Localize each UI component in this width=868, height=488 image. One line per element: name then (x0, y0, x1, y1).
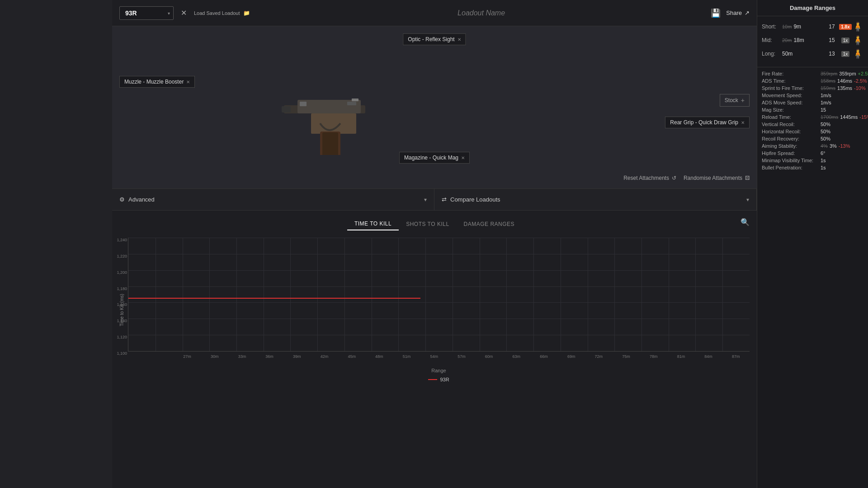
svg-rect-6 (282, 106, 291, 113)
weapon-select[interactable]: 93R (119, 6, 174, 20)
optic-close-icon[interactable]: ✕ (458, 37, 461, 42)
clear-loadout-button[interactable]: ✕ (179, 7, 189, 19)
save-loadout-button[interactable]: 💾 (711, 8, 721, 18)
stat-horizontal-recoil: Horizontal Recoil: 50% (757, 128, 868, 135)
damage-ranges-header: Damage Ranges (757, 0, 868, 16)
compare-chevron-icon: ▾ (746, 197, 749, 203)
folder-icon: 📁 (243, 10, 250, 16)
grid-v-21 (722, 238, 723, 351)
share-button[interactable]: Share ↗ (726, 9, 750, 16)
reload-time-label: Reload Time: (762, 114, 821, 120)
mid-multiplier: 1x (841, 38, 850, 43)
grid-v-1 (183, 238, 183, 351)
weapon-area: Optic - Reflex Sight ✕ Muzzle - Muzzle B… (112, 26, 757, 189)
loadout-name-input[interactable] (257, 9, 705, 17)
advanced-toggle[interactable]: ⚙ Advanced ▾ (112, 189, 434, 210)
stats-divider-1 (757, 67, 868, 67)
load-saved-loadout-button[interactable]: Load Saved Loadout 📁 (192, 8, 252, 18)
optic-attachment-tag[interactable]: Optic - Reflex Sight ✕ (403, 33, 466, 45)
grid-v-8 (372, 238, 372, 351)
grid-v-14 (533, 238, 534, 351)
y-axis-label: Time to Kill (ms) (119, 238, 124, 382)
stat-aiming-stability: Aiming Stability: 4% 3% -13% (757, 142, 868, 150)
grid-v-17 (614, 238, 615, 351)
reload-time-change: -15% (859, 114, 868, 120)
y-tick-1140: 1,140 (112, 319, 127, 323)
dice-icon: ⚄ (745, 175, 750, 181)
mag-size-val: 15 (821, 107, 826, 113)
tab-shots-to-kill[interactable]: SHOTS TO KILL (399, 218, 456, 230)
short-range-new: 9m (793, 23, 801, 30)
svg-rect-2 (311, 113, 356, 134)
y-tick-1240: 1,240 (112, 238, 127, 242)
rear-grip-close-icon[interactable]: ✕ (741, 120, 745, 125)
long-range-new: 50m (782, 51, 793, 57)
stat-recoil-recovery: Recoil Recovery: 50% (757, 135, 868, 142)
sprint-fire-old: 159ms (821, 85, 835, 91)
body-icon-mid: 🧍 (852, 35, 863, 46)
tab-damage-ranges[interactable]: DAMAGE RANGES (457, 218, 522, 230)
advanced-chevron-icon: ▾ (424, 197, 427, 203)
load-saved-label: Load Saved Loadout (194, 10, 240, 16)
x-label-75m: 75m (613, 354, 640, 359)
hipfire-spread-label: Hipfire Spread: (762, 150, 821, 156)
chart-tabs: TIME TO KILL SHOTS TO KILL DAMAGE RANGES… (119, 218, 750, 230)
y-tick-1100: 1,100 (112, 351, 127, 356)
grid-v-15 (561, 238, 561, 351)
chart-line-93r (128, 298, 420, 299)
top-bar-icons: ✕ Load Saved Loadout 📁 (179, 7, 252, 19)
x-label-39m: 39m (283, 354, 311, 359)
x-axis-title: Range (128, 368, 750, 373)
muzzle-attachment-tag[interactable]: Muzzle - Muzzle Booster ✕ (119, 76, 195, 88)
compare-loadouts-toggle[interactable]: ⇄ Compare Loadouts ▾ (434, 189, 757, 210)
tab-time-to-kill[interactable]: TIME TO KILL (347, 218, 399, 230)
compare-icon: ⇄ (442, 196, 447, 203)
stat-minimap-visibility: Minimap Visibility Time: 1s (757, 157, 868, 164)
short-label: Short: (762, 23, 782, 30)
magazine-close-icon[interactable]: ✕ (461, 155, 465, 160)
gun-image (270, 65, 424, 155)
y-tick-1200: 1,200 (112, 270, 127, 275)
zoom-icon[interactable]: 🔍 (741, 218, 750, 226)
x-label-84m: 84m (695, 354, 722, 359)
stat-vertical-recoil: Vertical Recoil: 50% (757, 121, 868, 128)
rear-grip-attachment-tag[interactable]: Rear Grip - Quick Draw Grip ✕ (665, 117, 750, 128)
aiming-stability-new: 3% (830, 143, 837, 149)
x-label-51m: 51m (393, 354, 420, 359)
long-range: 50m (782, 51, 825, 57)
mid-label: Mid: (762, 37, 782, 43)
movement-speed-label: Movement Speed: (762, 93, 821, 98)
legend-label-93r: 93R (440, 377, 449, 382)
chart-container: Time to Kill (ms) 1,240 1,220 1,200 1,18… (119, 238, 750, 382)
fire-rate-new: 359rpm (839, 71, 856, 76)
weapon-select-wrapper: 93R ▾ (119, 6, 174, 20)
muzzle-close-icon[interactable]: ✕ (186, 80, 190, 84)
x-label-66m: 66m (530, 354, 558, 359)
rear-grip-label: Rear Grip - Quick Draw Grip (670, 119, 738, 126)
magazine-attachment-tag[interactable]: Magazine - Quick Mag ✕ (399, 152, 470, 164)
x-label-24m: 24m (146, 354, 169, 357)
x-label-33m: 33m (228, 354, 256, 359)
bullet-penetration-val: 1s (821, 165, 826, 170)
y-tick-1160: 1,160 (112, 302, 127, 307)
randomise-attachments-button[interactable]: Randomise Attachments ⚄ (684, 175, 750, 181)
stat-fire-rate: Fire Rate: 359rpm 359rpm +2.5% (757, 70, 868, 77)
ads-time-new: 146ms (837, 78, 852, 84)
short-damage: 17 (825, 23, 839, 30)
y-tick-1180: 1,180 (112, 286, 127, 291)
fire-rate-change: +2.5% (858, 71, 868, 76)
muzzle-label: Muzzle - Muzzle Booster (124, 79, 184, 85)
x-label-36m: 36m (256, 354, 283, 359)
damage-row-mid: Mid: 20m 18m 15 1x 🧍 (762, 33, 863, 47)
x-label-45m: 45m (338, 354, 366, 359)
movement-speed-val: 1m/s (821, 93, 831, 98)
left-sidebar (0, 0, 112, 488)
stock-attachment-tag[interactable]: Stock + (720, 94, 750, 107)
stat-movement-speed: Movement Speed: 1m/s (757, 92, 868, 99)
damage-row-long: Long: 50m 13 1x 🧍 (762, 47, 863, 61)
reset-attachments-button[interactable]: Reset Attachments ↺ (623, 175, 676, 181)
grid-v-10 (425, 238, 426, 351)
aiming-stability-label: Aiming Stability: (762, 143, 821, 149)
grid-h-6 (128, 335, 750, 335)
chart-area: TIME TO KILL SHOTS TO KILL DAMAGE RANGES… (112, 211, 757, 488)
